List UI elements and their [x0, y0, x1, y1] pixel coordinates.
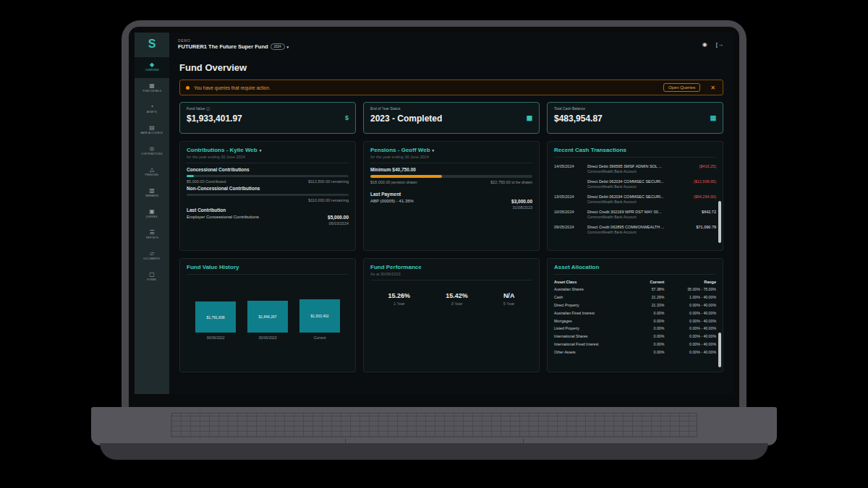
transaction-account: CommonWealth Bank Account — [587, 169, 676, 174]
sidebar-item-label: FORMS — [148, 279, 157, 281]
user-icon[interactable]: ◉ — [702, 41, 707, 48]
pension-progress — [370, 175, 532, 178]
sidebar-item-queries[interactable]: ▣ QUERIES — [135, 204, 169, 225]
sidebar-item-label: CONTRIBUTIONS — [141, 153, 162, 155]
laptop-base — [91, 407, 777, 445]
asset-class: Mortgages — [554, 317, 629, 325]
sidebar-item-documents[interactable]: ▱ DOCUMENTS — [135, 246, 169, 267]
logout-icon[interactable]: [→ — [716, 41, 723, 48]
last-contribution-heading: Last Contribution — [187, 207, 349, 213]
sidebar-item-label: DOCUMENTS — [144, 258, 161, 260]
asset-allocation-scrollbar[interactable] — [718, 333, 721, 367]
pensions-icon: △ — [150, 167, 154, 173]
transaction-amount: ($416.25) — [680, 164, 716, 168]
sidebar-item-overview[interactable]: ◆ OVERVIEW — [135, 57, 169, 78]
transaction-row[interactable]: 14/05/2024 Direct Debit 396595 SMSF ADMI… — [554, 161, 716, 176]
concessional-remaining: $112,500.00 remaining — [308, 179, 349, 184]
asset-allocation-row: International Fixed Interest 0.00% 0.00%… — [554, 340, 716, 348]
performance-period: 1 Year — [388, 301, 411, 306]
transaction-row[interactable]: 13/05/2024 Direct Debit 062034 COMMSEC S… — [554, 192, 716, 207]
fund-details-icon: ▦ — [149, 83, 155, 89]
sidebar-item-forms[interactable]: ▢ FORMS — [135, 267, 169, 288]
environment-label: DEMO — [178, 38, 289, 43]
performance-value: 15.26% — [388, 292, 411, 299]
laptop-keyboard — [171, 413, 697, 437]
performance-metric: 15.26% 1 Year — [388, 292, 411, 306]
performance-metric: 15.42% 3 Year — [446, 292, 468, 306]
fund-value-card: Fund Valueⓘ $1,933,401.97 $ — [179, 102, 356, 134]
chevron-down-icon[interactable]: ▾ — [260, 148, 262, 153]
documents-icon: ▱ — [150, 251, 154, 257]
transaction-date: 13/05/2024 — [554, 194, 583, 199]
aa-header-range: Range — [664, 278, 716, 286]
asset-current: 57.38% — [629, 286, 664, 294]
sidebar-item-assets[interactable]: ◔ ASSETS — [135, 99, 169, 120]
last-payment-amount: $3,000.00 — [511, 199, 532, 204]
last-contribution-date: 06/03/2024 — [328, 221, 349, 226]
transaction-amount: $71,090.79 — [680, 225, 716, 229]
asset-range: 0.00% - 40.00% — [664, 301, 716, 309]
sidebar-item-contributions[interactable]: ◎ CONTRIBUTIONS — [135, 141, 169, 162]
non-concessional-progress — [187, 194, 349, 196]
overview-icon: ◆ — [150, 62, 154, 68]
asset-current: 0.00% — [629, 340, 664, 348]
laptop-base-lip — [100, 443, 768, 460]
info-icon[interactable]: ⓘ — [206, 106, 210, 111]
pensions-subtitle: for the year ending 30 June 2024 — [370, 155, 532, 159]
performance-period: 3 Year — [446, 301, 468, 306]
app-logo[interactable]: S — [135, 33, 169, 56]
asset-range: 0.00% - 40.00% — [664, 348, 716, 356]
performance-value: N/A — [503, 292, 515, 299]
asset-allocation-row: International Shares 0.00% 0.00% - 40.00… — [554, 333, 716, 341]
cash-balance-value: $483,954.87 — [554, 114, 716, 124]
transaction-description: Direct Credit 302169 WPR DST MAY 00... — [587, 210, 676, 214]
asset-class: International Fixed Interest — [554, 340, 629, 348]
asset-range: 35.00% - 75.00% — [664, 286, 716, 294]
concessional-contributed: $5,000.00 Contributed — [187, 179, 226, 184]
history-bar-value: $1,846,267 — [258, 314, 276, 319]
contributions-icon: ◎ — [150, 146, 155, 152]
transaction-row[interactable]: 10/05/2024 Direct Credit 302169 WPR DST … — [554, 207, 716, 222]
sidebar-item-pensions[interactable]: △ PENSIONS — [135, 162, 169, 183]
fund-year-badge[interactable]: 2024 — [271, 43, 285, 50]
sidebar-item-bank-accounts[interactable]: ▤ BANK ACCOUNTS — [135, 120, 169, 141]
assets-icon: ◔ — [150, 104, 154, 110]
open-queries-button[interactable]: Open Queries — [663, 83, 700, 92]
history-bar: $1,791,838 — [195, 301, 236, 333]
asset-range: 1.00% - 40.00% — [664, 294, 716, 301]
asset-range: 0.00% - 40.00% — [664, 325, 716, 333]
asset-range: 0.00% - 40.00% — [664, 333, 716, 341]
asset-class: Other Assets — [554, 348, 629, 356]
transaction-account: CommonWealth Bank Account — [587, 215, 676, 219]
fund-name: FUTURER1 The Future Super Fund — [178, 43, 268, 50]
last-payment-desc: ABP (00005) - 41.35% — [370, 199, 414, 203]
transaction-description: Direct Credit 062895 COMMONWEALTH ... — [587, 225, 676, 229]
close-icon[interactable]: ✕ — [710, 85, 715, 91]
transaction-date: 10/05/2024 — [554, 210, 583, 214]
chevron-down-icon[interactable]: ▾ — [287, 45, 289, 49]
chevron-down-icon[interactable]: ▾ — [433, 148, 435, 153]
transaction-row[interactable]: Direct Debit 062034 COMMSEC SECURI... Co… — [554, 176, 716, 192]
pension-drawn: $18,000.00 pension drawn — [370, 180, 417, 184]
non-concessional-label: Non-Concessional Contributions — [187, 186, 349, 191]
last-payment-heading: Last Payment — [370, 192, 532, 197]
fund-performance-panel: Fund Performance As at 30/06/2023 15.26%… — [363, 258, 540, 372]
calendar-icon: ▦ — [526, 114, 532, 121]
history-bar: $1,846,267 — [247, 301, 288, 333]
sidebar-item-members[interactable]: ▥ MEMBERS — [135, 183, 169, 204]
members-icon: ▥ — [149, 188, 155, 194]
transaction-date: 14/05/2024 — [554, 164, 583, 168]
transaction-row[interactable]: 09/05/2024 Direct Credit 062895 COMMONWE… — [554, 222, 716, 237]
sidebar-item-fund-details[interactable]: ▦ FUND DETAILS — [135, 78, 169, 99]
asset-allocation-row: Listed Property 0.00% 0.00% - 40.00% — [554, 325, 716, 333]
last-payment-date: 31/08/2023 — [511, 205, 532, 210]
asset-allocation-row: Australian Shares 57.38% 35.00% - 75.00% — [554, 286, 716, 294]
performance-value: 15.42% — [446, 292, 468, 299]
transactions-scrollbar[interactable] — [718, 201, 721, 243]
sidebar-item-reports[interactable]: ☰ REPORTS — [135, 225, 169, 246]
contributions-title: Contributions - Kylie Web — [187, 147, 258, 153]
history-bar-category: 30/06/2023 — [258, 335, 276, 340]
sidebar-item-label: QUERIES — [146, 216, 158, 218]
fund-value: $1,933,401.97 — [187, 114, 349, 124]
asset-current: 0.00% — [629, 317, 664, 325]
